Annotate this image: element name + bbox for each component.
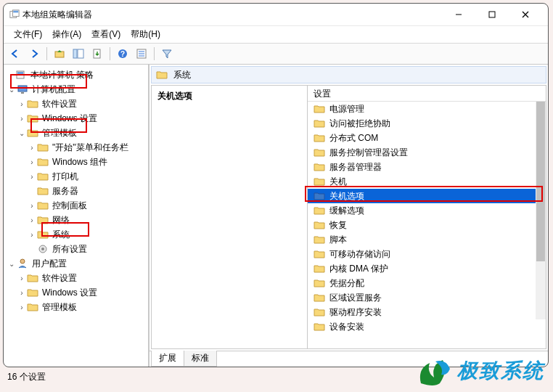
up-folder-button[interactable] xyxy=(51,45,68,62)
list-item[interactable]: 区域设置服务 xyxy=(308,290,546,305)
back-button[interactable] xyxy=(7,45,24,62)
expand-toggle[interactable]: › xyxy=(17,274,27,282)
folder-icon xyxy=(314,103,325,115)
menu-help[interactable]: 帮助(H) xyxy=(126,27,165,42)
list-item[interactable]: 电源管理 xyxy=(308,102,546,116)
list-item-label: 脚本 xyxy=(329,234,347,246)
folder-icon xyxy=(37,156,49,168)
expand-toggle[interactable]: › xyxy=(27,231,37,239)
svg-rect-20 xyxy=(21,92,24,94)
show-hide-tree-button[interactable] xyxy=(70,45,87,62)
expand-toggle[interactable]: › xyxy=(27,144,37,152)
list-item[interactable]: 恢复 xyxy=(308,218,546,232)
list-item[interactable]: 脚本 xyxy=(308,232,546,247)
svg-rect-19 xyxy=(18,86,27,91)
folder-icon xyxy=(314,205,325,216)
folder-icon xyxy=(314,118,325,129)
list-item-label: 电源管理 xyxy=(329,103,364,115)
tree-panel[interactable]: 本地计算机 策略 ⌄计算机配置 ›软件设置 ›Windows 设置 ⌄管理模板 … xyxy=(4,65,149,367)
list-item-label: 可移动存储访问 xyxy=(329,248,390,261)
close-button[interactable] xyxy=(509,4,542,25)
menu-file[interactable]: 文件(F) xyxy=(9,27,46,42)
folder-icon xyxy=(314,292,325,303)
tree-node[interactable]: 所有设置 xyxy=(5,242,147,256)
menu-view[interactable]: 查看(V) xyxy=(87,27,125,42)
tree-node[interactable]: ›Windows 组件 xyxy=(5,155,147,169)
tree-node[interactable]: ›网络 xyxy=(5,213,147,227)
settings-icon xyxy=(37,243,49,255)
folder-icon xyxy=(27,301,38,313)
folder-icon xyxy=(27,98,38,110)
expand-toggle[interactable]: › xyxy=(27,202,37,210)
expand-toggle[interactable]: › xyxy=(17,289,27,297)
window-title: 本地组策略编辑器 xyxy=(9,9,442,21)
folder-icon xyxy=(37,214,49,226)
detail-title: 关机选项 xyxy=(157,91,192,101)
list-item[interactable]: 访问被拒绝协助 xyxy=(308,116,546,131)
expand-toggle[interactable]: ⌄ xyxy=(7,260,17,268)
breadcrumb[interactable]: 系统 xyxy=(151,66,546,83)
folder-icon xyxy=(156,69,168,81)
expand-toggle[interactable]: › xyxy=(17,115,27,123)
toolbar: ? xyxy=(4,43,548,65)
menu-action[interactable]: 操作(A) xyxy=(48,27,86,42)
tree-node[interactable]: ›Windows 设置 xyxy=(5,285,147,300)
tree-node[interactable]: 服务器 xyxy=(5,184,147,198)
list-item[interactable]: 凭据分配 xyxy=(308,276,546,290)
scrollbar[interactable] xyxy=(536,102,546,319)
list-item[interactable]: 缓解选项 xyxy=(308,203,546,218)
list-item[interactable]: 关机 xyxy=(308,174,546,189)
forward-button[interactable] xyxy=(25,45,43,62)
export-button[interactable] xyxy=(89,45,106,62)
tree-user-config[interactable]: ⌄用户配置 xyxy=(5,256,147,271)
folder-icon xyxy=(314,147,325,158)
settings-list[interactable]: 设置 电源管理访问被拒绝协助分布式 COM服务控制管理器设置服务器管理器关机关机… xyxy=(308,86,546,348)
list-item-label: 驱动程序安装 xyxy=(329,306,382,319)
tree-system[interactable]: ›系统 xyxy=(5,227,147,242)
tree-node[interactable]: ›软件设置 xyxy=(5,97,147,111)
list-item-label: 缓解选项 xyxy=(329,205,364,217)
expand-toggle[interactable]: › xyxy=(27,158,37,166)
expand-toggle[interactable]: ⌄ xyxy=(17,129,27,137)
list-item-label: 凭据分配 xyxy=(329,277,364,290)
list-item[interactable]: 分布式 COM xyxy=(308,131,546,145)
tree-node[interactable]: ›控制面板 xyxy=(5,198,147,213)
svg-point-23 xyxy=(20,259,25,264)
list-item[interactable]: 内核 DMA 保护 xyxy=(308,261,546,276)
tree-node[interactable]: ›打印机 xyxy=(5,169,147,184)
folder-icon xyxy=(314,234,325,245)
tree-node[interactable]: ›管理模板 xyxy=(5,300,147,314)
list-item[interactable]: 可移动存储访问 xyxy=(308,247,546,261)
help-button[interactable]: ? xyxy=(114,45,131,62)
tab-extended[interactable]: 扩展 xyxy=(151,351,184,367)
expand-toggle[interactable]: › xyxy=(17,303,27,311)
properties-button[interactable] xyxy=(133,45,150,62)
tree-root[interactable]: 本地计算机 策略 xyxy=(5,68,147,82)
body-area: 本地计算机 策略 ⌄计算机配置 ›软件设置 ›Windows 设置 ⌄管理模板 … xyxy=(4,65,548,367)
tree-node[interactable]: ›Windows 设置 xyxy=(5,111,147,126)
watermark: 极致系统 xyxy=(414,354,544,388)
expand-toggle[interactable]: › xyxy=(27,216,37,224)
maximize-button[interactable] xyxy=(475,4,509,25)
svg-text:?: ? xyxy=(120,50,125,58)
tree-node[interactable]: ›软件设置 xyxy=(5,271,147,285)
list-item[interactable]: 关机选项 xyxy=(308,189,546,203)
list-item-label: 区域设置服务 xyxy=(329,292,382,304)
tree-admin-templates[interactable]: ⌄管理模板 xyxy=(5,126,147,140)
tab-standard[interactable]: 标准 xyxy=(184,351,217,367)
expand-toggle[interactable]: › xyxy=(27,173,37,181)
column-header-settings[interactable]: 设置 xyxy=(308,86,546,102)
tree-node[interactable]: ›"开始"菜单和任务栏 xyxy=(5,140,147,155)
folder-icon xyxy=(314,132,325,144)
minimize-button[interactable] xyxy=(442,4,475,25)
list-item[interactable]: 服务器管理器 xyxy=(308,160,546,174)
tree-computer-config[interactable]: ⌄计算机配置 xyxy=(5,82,147,97)
list-item[interactable]: 设备安装 xyxy=(308,319,546,334)
title-bar[interactable]: 本地组策略编辑器 xyxy=(4,4,548,25)
expand-toggle[interactable]: ⌄ xyxy=(7,86,17,94)
list-item-label: 访问被拒绝协助 xyxy=(329,118,390,130)
list-item[interactable]: 驱动程序安装 xyxy=(308,305,546,319)
filter-button[interactable] xyxy=(158,45,176,62)
list-item[interactable]: 服务控制管理器设置 xyxy=(308,145,546,160)
expand-toggle[interactable]: › xyxy=(17,100,27,108)
